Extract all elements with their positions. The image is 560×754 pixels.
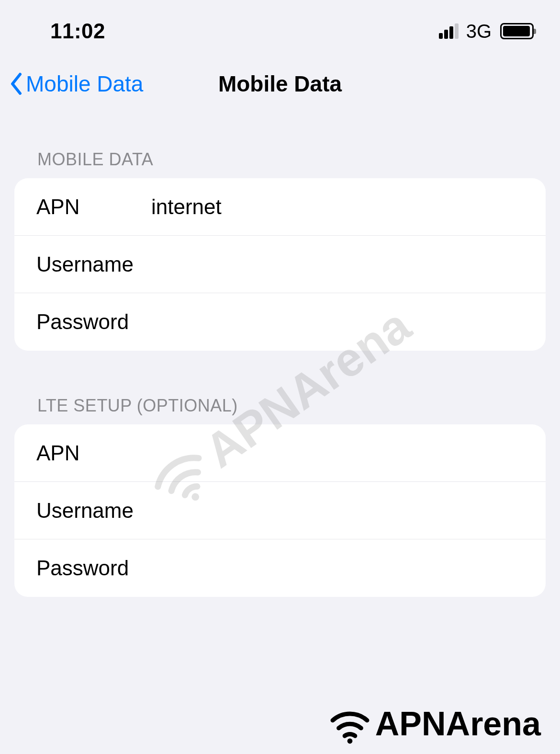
page-title: Mobile Data (218, 71, 342, 97)
signal-icon (439, 23, 459, 39)
field-label-lte-password: Password (36, 556, 151, 580)
apn-input[interactable] (151, 195, 524, 219)
chevron-left-icon (10, 72, 23, 95)
lte-password-input[interactable] (151, 556, 524, 580)
back-button[interactable]: Mobile Data (10, 71, 143, 97)
section-header-lte-setup: LTE SETUP (OPTIONAL) (14, 396, 546, 424)
battery-icon (500, 23, 534, 39)
navigation-bar: Mobile Data Mobile Data (0, 57, 560, 121)
field-label-lte-apn: APN (36, 441, 151, 465)
field-row-password[interactable]: Password (14, 293, 546, 351)
lte-apn-input[interactable] (151, 441, 524, 465)
status-time: 11:02 (50, 19, 105, 43)
field-label-username: Username (36, 252, 151, 276)
lte-username-input[interactable] (151, 499, 524, 523)
field-row-lte-username[interactable]: Username (14, 482, 546, 539)
field-row-username[interactable]: Username (14, 236, 546, 293)
section-header-mobile-data: MOBILE DATA (14, 149, 546, 178)
status-bar: 11:02 3G (0, 0, 560, 57)
svg-point-1 (347, 739, 352, 744)
field-label-lte-username: Username (36, 499, 151, 523)
field-row-apn[interactable]: APN (14, 178, 546, 236)
content: MOBILE DATA APN Username Password LTE SE… (0, 121, 560, 597)
watermark-text: APNArena (375, 705, 541, 743)
field-row-lte-password[interactable]: Password (14, 539, 546, 597)
field-label-password: Password (36, 310, 151, 334)
password-input[interactable] (151, 310, 524, 334)
section-group-lte-setup: APN Username Password (14, 424, 546, 597)
section-group-mobile-data: APN Username Password (14, 178, 546, 351)
watermark-bottom: APNArena (328, 702, 541, 745)
network-type: 3G (466, 21, 492, 42)
back-label: Mobile Data (26, 71, 143, 97)
field-row-lte-apn[interactable]: APN (14, 424, 546, 482)
username-input[interactable] (151, 252, 524, 276)
field-label-apn: APN (36, 195, 151, 219)
status-indicators: 3G (439, 21, 534, 42)
wifi-icon (328, 702, 371, 745)
